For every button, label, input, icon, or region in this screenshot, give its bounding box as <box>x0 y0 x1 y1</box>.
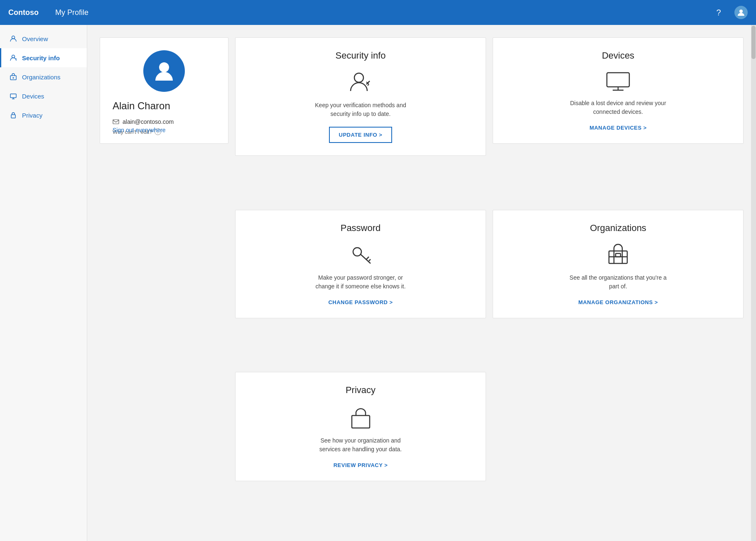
profile-name: Alain Charon <box>113 100 216 112</box>
sidebar-item-privacy[interactable]: Privacy <box>0 106 87 125</box>
sidebar-label-security-info: Security info <box>22 54 60 61</box>
svg-line-20 <box>369 259 371 261</box>
scrollbar[interactable] <box>751 25 756 541</box>
devices-card-icon <box>605 69 631 92</box>
password-desc: Make your password stronger, or change i… <box>311 273 410 291</box>
profile-card: Alain Charon alain@contoso.com Why can't… <box>100 37 228 144</box>
sidebar-label-organizations: Organizations <box>22 74 61 81</box>
sidebar: Overview Security info <box>0 25 87 541</box>
sidebar-item-organizations[interactable]: Organizations <box>0 67 87 86</box>
brand-name: Contoso <box>8 8 39 17</box>
password-card: Password Make your password stronger, or… <box>235 210 486 318</box>
email-icon <box>113 119 119 124</box>
privacy-desc: See how your organization and services a… <box>311 436 410 454</box>
review-privacy-button[interactable]: REVIEW PRIVACY > <box>334 462 388 468</box>
svg-rect-24 <box>616 253 621 257</box>
privacy-title: Privacy <box>346 385 376 396</box>
sidebar-label-overview: Overview <box>22 35 48 42</box>
user-icon <box>737 8 745 17</box>
svg-rect-14 <box>607 73 629 87</box>
svg-point-12 <box>354 73 363 82</box>
password-title: Password <box>341 223 381 234</box>
sidebar-label-privacy: Privacy <box>22 112 42 119</box>
organizations-title: Organizations <box>590 223 646 234</box>
password-icon <box>348 242 373 267</box>
svg-point-17 <box>353 248 361 256</box>
security-info-title: Security info <box>335 50 385 61</box>
svg-point-10 <box>159 62 169 72</box>
organizations-icon <box>10 73 18 81</box>
svg-line-19 <box>366 257 369 259</box>
devices-desc: Disable a lost device and review your co… <box>568 99 668 116</box>
change-password-button[interactable]: CHANGE PASSWORD > <box>328 299 393 305</box>
profile-email-row: alain@contoso.com <box>113 118 174 125</box>
profile-avatar-wrap <box>113 50 216 92</box>
overview-icon <box>10 35 18 42</box>
topbar: Contoso My Profile ? <box>0 0 756 25</box>
devices-icon <box>10 92 18 100</box>
profile-email: alain@contoso.com <box>123 118 174 125</box>
help-icon: ? <box>716 8 721 17</box>
update-info-button[interactable]: UPDATE INFO > <box>329 127 393 143</box>
security-info-card: Security info Keep your verification met… <box>235 37 486 156</box>
security-info-desc: Keep your verification methods and secur… <box>311 101 410 118</box>
organizations-card-icon <box>606 242 631 267</box>
user-avatar[interactable] <box>734 6 748 19</box>
topbar-actions: ? <box>711 5 748 20</box>
svg-rect-6 <box>10 94 16 98</box>
help-button[interactable]: ? <box>711 5 726 20</box>
security-icon <box>10 54 18 61</box>
scrollbar-thumb[interactable] <box>751 26 756 59</box>
security-info-icon <box>348 69 373 94</box>
app-layout: Overview Security info <box>0 25 756 541</box>
svg-point-0 <box>739 10 743 13</box>
profile-person-icon <box>153 60 175 82</box>
main-content: Alain Charon alain@contoso.com Why can't… <box>87 25 756 541</box>
svg-line-18 <box>361 254 371 263</box>
svg-rect-9 <box>11 115 15 118</box>
svg-rect-25 <box>352 416 370 428</box>
manage-organizations-button[interactable]: MANAGE ORGANIZATIONS > <box>578 299 658 305</box>
devices-title: Devices <box>602 50 634 61</box>
sidebar-item-security-info[interactable]: Security info <box>0 48 87 67</box>
sidebar-item-devices[interactable]: Devices <box>0 86 87 106</box>
privacy-icon <box>10 111 18 119</box>
privacy-card-icon <box>349 404 372 430</box>
privacy-card: Privacy See how your organization and se… <box>235 372 486 481</box>
svg-rect-11 <box>113 120 119 124</box>
sign-out-link[interactable]: Sign out everywhere <box>113 127 166 133</box>
profile-avatar <box>143 50 185 92</box>
manage-devices-button[interactable]: MANAGE DEVICES > <box>589 125 647 131</box>
page-title: My Profile <box>55 8 88 17</box>
organizations-card: Organizations See all the organizations … <box>493 210 744 318</box>
sidebar-label-devices: Devices <box>22 93 44 100</box>
devices-card: Devices Disable a lost device and review… <box>493 37 744 144</box>
sidebar-item-overview[interactable]: Overview <box>0 29 87 48</box>
organizations-desc: See all the organizations that you're a … <box>568 273 668 291</box>
